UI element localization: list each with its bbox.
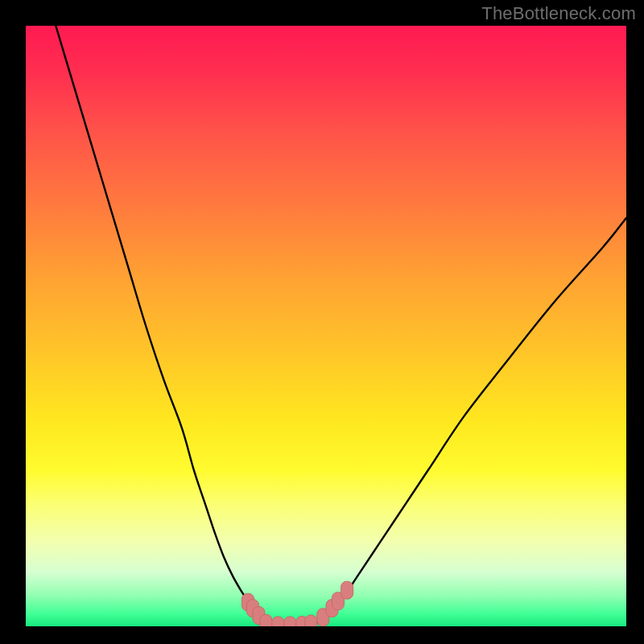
chart-frame: TheBottleneck.com <box>0 0 644 644</box>
data-marker <box>341 581 353 599</box>
plot-area <box>26 26 626 626</box>
data-marker <box>284 617 296 626</box>
data-marker <box>272 617 284 626</box>
data-marker <box>260 614 272 626</box>
data-marker <box>305 615 317 626</box>
marker-layer <box>242 581 353 626</box>
bottleneck-curve <box>56 26 626 626</box>
watermark-text: TheBottleneck.com <box>481 3 636 24</box>
curve-layer <box>26 26 626 626</box>
